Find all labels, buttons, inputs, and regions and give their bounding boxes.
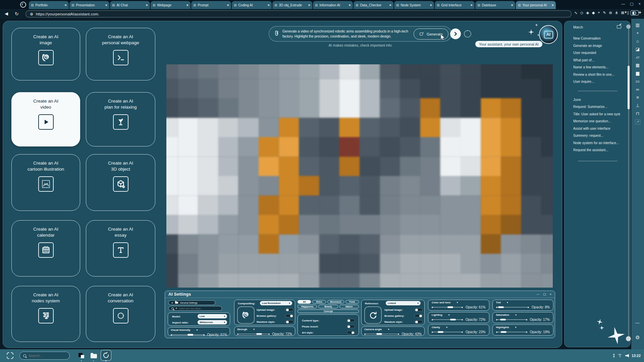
history-scrollbar-thumb[interactable] [628,66,630,109]
hidden-icons-chevrons[interactable]: ∧∧ [613,354,615,358]
chevron-down-icon[interactable]: ▾ [388,328,389,331]
browser-tab[interactable]: ⊞Webpage× [151,1,191,9]
reference-toggle[interactable] [415,314,423,317]
close-icon[interactable]: × [171,301,173,304]
wifi-icon[interactable] [618,354,623,358]
chevron-down-icon[interactable]: ▾ [448,313,450,316]
slider-track[interactable] [237,333,270,335]
history-item[interactable]: Request the assistant... [573,148,620,152]
tab-close-icon[interactable]: × [65,3,67,7]
browser-tab[interactable]: ⊞Presentation× [69,1,109,9]
taskbar-app-browser-active[interactable] [101,350,111,361]
style-tag-movement[interactable]: Movement [327,300,344,304]
card-create-ai-plan-for-relaxing[interactable]: Create an AIplan for relaxing [86,92,155,146]
attach-paperclip-icon[interactable] [274,29,279,38]
browser-tab[interactable]: ⊞Prompt× [191,1,231,9]
history-item[interactable]: Review a short film in one... [573,73,620,76]
eraser-icon[interactable]: ◪ [636,47,640,52]
move-tool-icon[interactable]: + [636,31,639,36]
transform-icon[interactable]: ⊠ [621,10,624,15]
chevron-down-icon[interactable]: ▾ [515,313,517,316]
taskbar-app-files[interactable] [89,351,99,360]
compositing-toggle[interactable] [285,314,293,317]
url-input[interactable] [36,12,204,16]
card-create-ai-essay[interactable]: Create an AIessay [86,220,155,277]
prompt-text[interactable]: Generate a video of synchronized robotic… [282,29,412,39]
range-icon[interactable]: ⊓ [636,111,639,116]
card-create-ai-personal-webpage[interactable]: Create an AIpersonal webpage [86,28,155,80]
slider-thumb[interactable] [187,334,193,336]
history-item[interactable]: Title: User asked for a new system [573,112,620,116]
reference-dropdown[interactable]: Linked ▾ [386,301,421,305]
browser-tab[interactable]: ⊞Your personal AI× [516,1,556,9]
style-tag-beauty[interactable]: Beauty [318,305,338,308]
assistant-avatar[interactable]: AI [539,25,558,44]
compositing-toggle[interactable] [285,308,293,311]
taskbar-search[interactable] [19,352,70,360]
gear-icon[interactable]: ⚙ [631,335,644,341]
slider-track[interactable] [171,334,205,336]
home-icon[interactable]: ⌂ [636,39,639,44]
chevron-down-icon[interactable]: ▾ [457,301,458,304]
history-item[interactable]: User requested [573,51,620,55]
chevron-down-icon[interactable]: ▾ [197,328,198,331]
slider-track[interactable] [496,306,529,308]
slider-track[interactable] [496,319,527,321]
card-create-ai-image[interactable]: Create an AIimage [11,28,80,80]
chevron-down-icon[interactable]: ▾ [176,307,177,310]
history-item[interactable]: Node system for an interface... [573,141,620,145]
tab-close-icon[interactable]: × [471,3,473,7]
style-tag-punk[interactable]: Punk [345,300,359,304]
slider-thumb[interactable] [376,333,382,335]
chevron-down-icon[interactable]: ▾ [507,301,508,304]
compositing-thumbnail[interactable] [237,306,255,324]
cube-shaded-icon[interactable]: ◈ [586,10,589,15]
window-close-button[interactable]: × [639,2,641,6]
settings-minimize-button[interactable]: — [536,293,539,296]
tab-close-icon[interactable]: × [389,3,391,7]
slider-thumb[interactable] [256,333,262,335]
history-item[interactable]: Name a few elements... [573,65,620,69]
tab-close-icon[interactable]: × [430,3,432,7]
style-tag-all[interactable]: All [298,300,311,304]
taskbar-app-design[interactable] [76,351,87,360]
style-toggle[interactable] [347,319,355,322]
slider-thumb[interactable] [501,331,506,333]
browser-tab[interactable]: ⊞Portfolio× [29,1,69,9]
tab-close-icon[interactable]: × [268,3,270,7]
key-ideas-input[interactable] [179,307,213,310]
frame-icon[interactable]: ▭ [636,79,640,84]
reference-toggle[interactable] [415,308,423,311]
wave-icon[interactable]: ∿ [574,10,578,15]
cube-solid-icon[interactable]: ◆ [592,10,595,15]
more-options-icon[interactable]: ••• [631,321,644,324]
style-tag-nature[interactable]: Nature [339,305,359,308]
list-icon[interactable]: ≡ [636,95,639,100]
settings-restore-button[interactable]: ▢ [543,293,546,296]
url-bar[interactable]: ⊕ [25,10,572,17]
reload-button[interactable]: ↻ [15,11,19,16]
history-scroll-bottom-dot[interactable] [626,336,631,341]
lock-icon[interactable]: ⊚ [609,10,612,15]
history-item[interactable]: What part of... [573,58,620,62]
style-tag-concept[interactable]: Concept [298,309,359,313]
branch-icon[interactable]: ⋔ [615,10,618,15]
trend-icon[interactable]: ↗ [635,119,641,125]
tab-close-icon[interactable]: × [146,3,148,7]
reference-thumbnail[interactable] [364,306,382,324]
binoculars-icon[interactable]: ∞ [636,87,639,92]
start-button[interactable] [7,352,13,359]
browser-tab[interactable]: ⊞Information AI× [313,1,353,9]
add-icon[interactable]: + [639,10,641,15]
tab-close-icon[interactable]: × [105,3,107,7]
model-dropdown[interactable]: Low ▾ [198,314,227,318]
card-create-ai-conversation[interactable]: Create an AIconversation [86,286,155,342]
slider-thumb[interactable] [500,319,506,320]
prompt-bar[interactable]: Generate a video of synchronized robotic… [269,26,451,42]
slider-thumb[interactable] [438,331,443,333]
back-button[interactable]: ◀ [5,11,8,16]
move-icon[interactable]: + [598,10,600,15]
settings-close-button[interactable]: × [550,293,551,296]
slider-track[interactable] [432,331,463,333]
card-create-ai-cartoon-illustration[interactable]: Create an AIcartoon illustration [11,154,80,211]
